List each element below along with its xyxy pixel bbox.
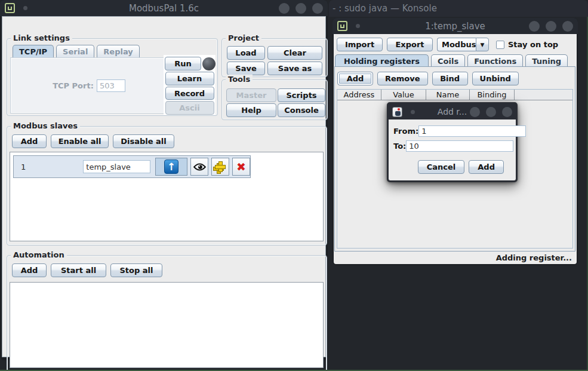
to-input[interactable] <box>406 140 513 152</box>
up-arrow-icon: ↑ <box>164 160 178 174</box>
tab-tuning[interactable]: Tuning <box>525 54 568 67</box>
maximize-button[interactable] <box>546 21 556 32</box>
minimize-button[interactable] <box>470 107 480 117</box>
column-header-address[interactable]: Address <box>337 90 381 100</box>
dialog-titlebar[interactable]: Add r... <box>389 104 516 119</box>
titlebar-dot-icon <box>23 6 27 10</box>
tcp-port-input[interactable] <box>97 79 125 92</box>
help-button[interactable]: Help <box>226 103 276 117</box>
to-label: To: <box>393 142 406 151</box>
delete-slave-button[interactable]: ✖ <box>232 158 250 176</box>
add-register-button[interactable]: Add <box>337 72 373 85</box>
tab-replay[interactable]: Replay <box>97 45 139 57</box>
modbuspal-titlebar[interactable]: ModbusPal 1.6c <box>0 0 328 16</box>
tab-holding-registers[interactable]: Holding registers <box>335 54 429 67</box>
slave-row[interactable]: 1 ↑ <box>13 155 251 178</box>
combobox-value: Modbus <box>437 38 476 51</box>
tab-functions[interactable]: Functions <box>467 54 523 67</box>
duplicate-slave-button[interactable] <box>211 158 229 176</box>
column-header-binding[interactable]: Binding <box>470 90 515 100</box>
modbus-slaves-title: Modbus slaves <box>11 121 80 130</box>
tools-panel: Tools Master Scripts Help Console <box>221 79 328 120</box>
learn-button[interactable]: Learn <box>165 72 214 85</box>
column-header-value[interactable]: Value <box>381 90 426 100</box>
console-button[interactable]: Console <box>278 103 325 117</box>
dialog-add-button[interactable]: Add <box>469 160 504 174</box>
delete-x-icon: ✖ <box>236 160 246 173</box>
slave-id: 1 <box>21 162 26 171</box>
close-button[interactable] <box>562 21 573 32</box>
temp-slave-titlebar[interactable]: 1:temp_slave <box>333 18 578 34</box>
link-buttons-column: Run Learn Record Ascii <box>164 55 216 115</box>
modbuspal-window: ModbusPal 1.6c Link settings TCP/IP Seri… <box>0 0 328 360</box>
column-header-name[interactable]: Name <box>426 90 470 100</box>
eye-icon <box>193 162 207 171</box>
import-button[interactable]: Import <box>337 38 383 51</box>
run-button[interactable]: Run <box>165 57 201 70</box>
minimize-button[interactable] <box>529 21 540 32</box>
record-button[interactable]: Record <box>165 87 214 100</box>
enable-slave-toggle[interactable]: ↑ <box>155 158 187 176</box>
window-manager-icon <box>337 21 347 31</box>
close-button[interactable] <box>502 107 512 117</box>
start-all-button[interactable]: Start all <box>51 263 106 277</box>
show-slave-button[interactable] <box>190 158 208 176</box>
window-manager-icon-glyph <box>8 7 12 10</box>
maximize-button[interactable] <box>295 3 306 14</box>
automation-title: Automation <box>11 250 67 259</box>
automation-panel: Automation Add Start all Stop all <box>7 255 327 371</box>
modbuspal-content: Link settings TCP/IP Serial Replay TCP P… <box>2 16 326 357</box>
tab-coils[interactable]: Coils <box>431 54 465 67</box>
enable-all-button[interactable]: Enable all <box>51 134 109 148</box>
status-text: Adding register... <box>496 253 572 262</box>
save-as-button[interactable]: Save as <box>267 62 322 75</box>
project-panel: Project Load Clear Save Save as <box>221 38 328 77</box>
cancel-button[interactable]: Cancel <box>418 160 465 174</box>
window-manager-icon-glyph <box>340 24 344 28</box>
maximize-button[interactable] <box>486 107 496 117</box>
bind-button[interactable]: Bind <box>432 72 468 85</box>
master-button: Master <box>226 88 276 102</box>
clear-button[interactable]: Clear <box>267 46 322 60</box>
registers-table-header: Address Value Name Binding <box>337 90 572 100</box>
add-slave-button[interactable]: Add <box>12 134 47 148</box>
titlebar-dot-icon <box>411 110 415 114</box>
link-settings-title: Link settings <box>11 33 72 42</box>
minimize-button[interactable] <box>279 3 290 14</box>
close-button[interactable] <box>312 3 323 14</box>
konsole-titlebar[interactable]: - : sudo java — Konsole <box>329 0 588 17</box>
stay-on-top-checkbox[interactable] <box>496 41 504 49</box>
link-tabs: TCP/IP Serial Replay <box>13 45 142 57</box>
from-label: From: <box>393 127 418 136</box>
scripts-button[interactable]: Scripts <box>278 88 325 102</box>
from-input[interactable] <box>418 125 526 137</box>
tab-serial[interactable]: Serial <box>56 45 94 57</box>
status-bar: Adding register... <box>334 252 577 264</box>
register-tabs: Holding registers Coils Functions Tuning <box>335 54 570 67</box>
add-automation-button[interactable]: Add <box>12 263 47 277</box>
load-button[interactable]: Load <box>227 46 265 60</box>
tcp-port-label: TCP Port: <box>53 81 94 90</box>
add-plus-icon <box>214 161 226 173</box>
konsole-title: - : sudo java — Konsole <box>333 3 437 14</box>
unbind-button[interactable]: Unbind <box>472 72 519 85</box>
tab-tcpip[interactable]: TCP/IP <box>13 45 54 57</box>
modbus-slaves-panel: Modbus slaves Add Enable all Disable all… <box>7 126 327 246</box>
tools-title: Tools <box>226 75 253 84</box>
column-header-filler <box>515 90 572 100</box>
disable-all-button[interactable]: Disable all <box>113 134 174 148</box>
tcpip-tab-panel: TCP Port: <box>10 57 168 114</box>
stop-all-button[interactable]: Stop all <box>110 263 162 277</box>
slaves-list[interactable]: 1 ↑ <box>10 152 324 241</box>
chevron-down-icon[interactable]: ▼ <box>476 38 489 51</box>
save-button[interactable]: Save <box>227 62 265 75</box>
remove-register-button[interactable]: Remove <box>377 72 428 85</box>
window-manager-icon <box>5 3 15 13</box>
add-register-dialog: Add r... From: To: Cancel Add <box>387 102 518 182</box>
implementation-combobox[interactable]: Modbus ▼ <box>437 38 489 51</box>
export-button[interactable]: Export <box>387 38 433 51</box>
java-app-icon <box>392 107 402 117</box>
link-settings-panel: Link settings TCP/IP Serial Replay TCP P… <box>7 38 218 116</box>
slave-name-input[interactable] <box>83 160 150 173</box>
automation-list[interactable] <box>10 282 324 368</box>
